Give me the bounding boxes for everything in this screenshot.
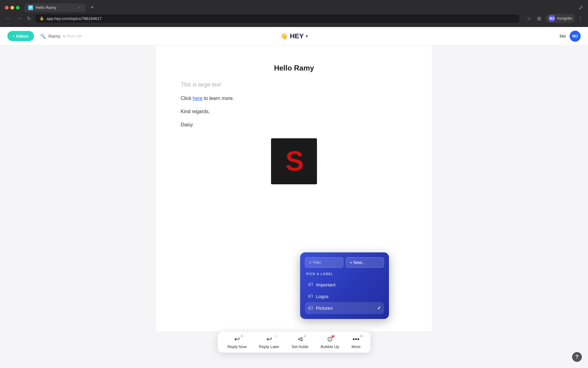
reply-now-shortcut: R bbox=[241, 335, 243, 338]
label-search-row: ≡ Filter + New... bbox=[305, 257, 384, 268]
bubble-up-shortcut: Z bbox=[334, 335, 336, 338]
address-bar[interactable]: 🔒 app.hey.com/topics/768184617 bbox=[35, 14, 519, 23]
label-name-pictures: Pictures bbox=[316, 305, 333, 311]
bubble-up-badge bbox=[331, 335, 334, 338]
learn-more-link[interactable]: here bbox=[193, 96, 202, 101]
pick-label-heading: PICK A LABEL bbox=[305, 272, 384, 276]
new-label-text: + New... bbox=[350, 260, 365, 265]
label-item-logos[interactable]: 🏷 Logos bbox=[305, 290, 384, 302]
signature-text: Daisy bbox=[181, 121, 407, 129]
regards-text: Kind regards, bbox=[181, 107, 407, 116]
partial-from-text: te from me bbox=[63, 34, 82, 38]
set-aside-action[interactable]: ⊲ A Set Aside bbox=[292, 335, 308, 349]
lock-icon: 🔒 bbox=[40, 16, 44, 21]
bubble-up-action[interactable]: ⊙ Z Bubble Up bbox=[321, 335, 339, 349]
extensions-button[interactable]: ⊞ bbox=[535, 14, 543, 23]
email-content-wrapper: Hello Ramy This is large text Click here… bbox=[0, 45, 588, 368]
label-name-important: Important bbox=[316, 282, 335, 287]
filter-icon: ≡ bbox=[309, 260, 311, 265]
label-item-important[interactable]: 🏷 Important bbox=[305, 279, 384, 290]
me-label: Me bbox=[560, 33, 566, 39]
label-tag-icon-important: 🏷 bbox=[308, 282, 313, 287]
new-tab-button[interactable]: + bbox=[88, 3, 96, 12]
tab-favicon: H bbox=[28, 5, 33, 10]
back-to-inbox-button[interactable]: ‹ Inbox bbox=[7, 31, 34, 41]
title-bar: H Hello Ramy × + ⤢ bbox=[0, 0, 588, 14]
more-icon: ••• M bbox=[352, 335, 360, 343]
tab-close-button[interactable]: × bbox=[77, 5, 82, 10]
label-dropdown: ≡ Filter + New... PICK A LABEL 🏷 Importa… bbox=[300, 252, 389, 319]
back-arrow-icon: ‹ bbox=[13, 33, 14, 39]
image-letter: S bbox=[285, 145, 303, 177]
email-logo-image: S bbox=[271, 138, 317, 184]
more-shortcut: M bbox=[360, 335, 363, 338]
incognito-avatar: MJ bbox=[548, 15, 555, 22]
browser-chrome: H Hello Ramy × + ⤢ ← → ↻ 🔒 app.hey.com/t… bbox=[0, 0, 588, 27]
bookmark-button[interactable]: ☆ bbox=[525, 14, 533, 23]
search-bar[interactable]: 🔍 Ramy te from me bbox=[40, 33, 82, 39]
filter-placeholder: Filter bbox=[313, 260, 321, 265]
body-prefix: Click bbox=[181, 96, 193, 101]
label-tag-icon-pictures: 🏷 bbox=[308, 305, 313, 311]
reply-later-shortcut: L bbox=[275, 335, 277, 338]
label-tag-icon-logos: 🏷 bbox=[308, 293, 313, 299]
forward-navigation-button[interactable]: → bbox=[15, 14, 23, 22]
reply-later-action[interactable]: ↩ L Reply Later bbox=[259, 335, 279, 349]
app-topbar: ‹ Inbox 🔍 Ramy te from me 👋 HEY ▾ Me MJ bbox=[0, 27, 588, 45]
browser-tab[interactable]: H Hello Ramy × bbox=[24, 3, 86, 12]
traffic-lights bbox=[5, 6, 20, 10]
email-body: Click here to learn more. Kind regards, … bbox=[181, 94, 407, 129]
label-name-logos: Logos bbox=[316, 294, 329, 299]
label-filter-input[interactable]: ≡ Filter bbox=[305, 257, 343, 268]
email-image: S bbox=[181, 138, 407, 184]
action-bar: ↩ R Reply Now ↩ L Reply Later ⊲ A Set As… bbox=[218, 332, 371, 353]
refresh-navigation-button[interactable]: ↻ bbox=[26, 14, 32, 23]
reply-later-label: Reply Later bbox=[259, 344, 279, 349]
bubble-up-label: Bubble Up bbox=[321, 344, 339, 349]
back-navigation-button[interactable]: ← bbox=[5, 14, 12, 22]
email-paragraph: Click here to learn more. bbox=[181, 94, 407, 102]
incognito-badge[interactable]: MJ Incognito bbox=[545, 14, 575, 23]
tab-title: Hello Ramy bbox=[36, 5, 56, 10]
set-aside-label: Set Aside bbox=[292, 344, 308, 349]
search-text: Ramy bbox=[48, 33, 60, 39]
more-action[interactable]: ••• M More bbox=[352, 335, 361, 349]
address-bar-row: ← → ↻ 🔒 app.hey.com/topics/768184617 ☆ ⊞… bbox=[0, 14, 588, 25]
set-aside-icon: ⊲ A bbox=[297, 335, 303, 343]
reply-now-icon: ↩ R bbox=[234, 335, 240, 343]
label-item-pictures[interactable]: 🏷 Pictures ✓ bbox=[305, 302, 384, 314]
maximize-window-btn[interactable] bbox=[16, 6, 20, 10]
app-container: ‹ Inbox 🔍 Ramy te from me 👋 HEY ▾ Me MJ … bbox=[0, 27, 588, 368]
hey-chevron-icon: ▾ bbox=[306, 34, 308, 39]
reply-later-icon: ↩ L bbox=[266, 335, 272, 343]
browser-actions: ☆ ⊞ MJ Incognito ⋮ bbox=[525, 14, 583, 23]
user-avatar[interactable]: MJ bbox=[570, 31, 581, 42]
incognito-label: Incognito bbox=[557, 16, 572, 21]
hey-logo[interactable]: 👋 HEY ▾ bbox=[280, 32, 307, 40]
hey-text: HEY bbox=[290, 32, 303, 40]
minimize-window-btn[interactable] bbox=[10, 6, 14, 10]
browser-menu-button[interactable]: ⋮ bbox=[578, 14, 583, 23]
more-label: More bbox=[352, 344, 361, 349]
large-text-preview: This is large text bbox=[181, 82, 407, 88]
search-icon: 🔍 bbox=[40, 33, 46, 39]
new-label-button[interactable]: + New... bbox=[346, 257, 384, 268]
label-check-icon: ✓ bbox=[377, 305, 381, 311]
reply-now-action[interactable]: ↩ R Reply Now bbox=[228, 335, 247, 349]
body-suffix: to learn more. bbox=[202, 96, 234, 101]
email-title: Hello Ramy bbox=[181, 64, 407, 72]
url-text: app.hey.com/topics/768184617 bbox=[47, 16, 102, 21]
bubble-up-icon: ⊙ Z bbox=[327, 335, 333, 343]
maximize-icon[interactable]: ⤢ bbox=[579, 4, 583, 11]
help-icon: ? bbox=[575, 354, 579, 360]
email-content: Hello Ramy This is large text Click here… bbox=[156, 45, 432, 331]
reply-now-label: Reply Now bbox=[228, 344, 247, 349]
close-window-btn[interactable] bbox=[5, 6, 9, 10]
help-button[interactable]: ? bbox=[572, 352, 582, 362]
back-label: Inbox bbox=[16, 33, 28, 39]
hey-hand-icon: 👋 bbox=[280, 33, 288, 40]
set-aside-shortcut: A bbox=[304, 335, 306, 338]
topbar-right: Me MJ bbox=[560, 31, 581, 42]
